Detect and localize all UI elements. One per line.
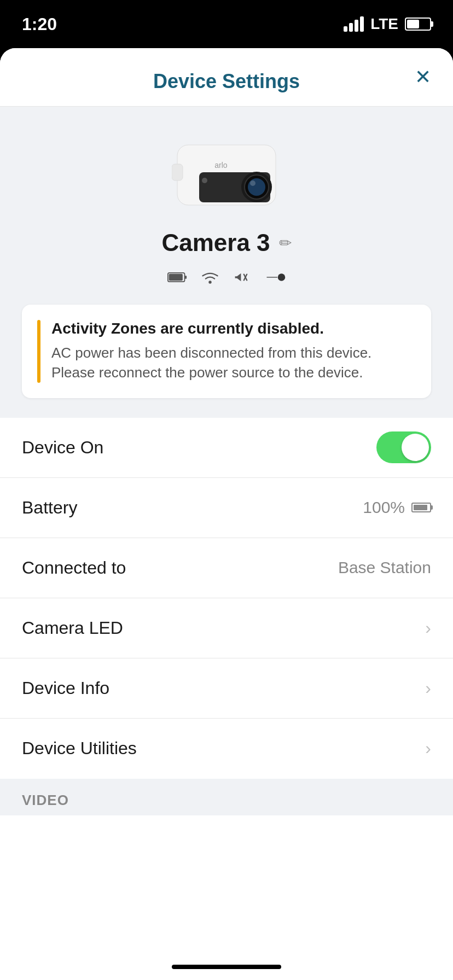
- alert-box: Activity Zones are currently disabled. A…: [22, 305, 431, 398]
- battery-row: Battery 100%: [0, 478, 453, 538]
- main-card: Device Settings ✕ arlo: [0, 48, 453, 980]
- home-indicator: [172, 965, 281, 969]
- status-bar: 1:20 LTE: [0, 0, 453, 48]
- camera-status-icons: [167, 267, 286, 287]
- svg-point-12: [208, 281, 211, 283]
- camera-led-label: Camera LED: [22, 618, 123, 638]
- status-right: LTE: [344, 15, 431, 33]
- svg-rect-8: [172, 164, 183, 180]
- svg-text:arlo: arlo: [214, 161, 228, 170]
- connected-to-label: Connected to: [22, 558, 126, 578]
- speaker-icon: [233, 267, 253, 287]
- device-utilities-row[interactable]: Device Utilities ›: [0, 719, 453, 779]
- modal-header: Device Settings ✕: [0, 48, 453, 107]
- camera-name-row: Camera 3 ✏: [161, 229, 291, 256]
- battery-label: Battery: [22, 498, 77, 518]
- camera-image: arlo: [172, 129, 281, 216]
- connected-to-value: Base Station: [338, 558, 431, 577]
- camera-led-row[interactable]: Camera LED ›: [0, 598, 453, 658]
- battery-small-icon: [411, 503, 431, 512]
- svg-point-17: [278, 273, 286, 281]
- device-info-row[interactable]: Device Info ›: [0, 658, 453, 719]
- svg-point-7: [202, 178, 207, 183]
- device-info-label: Device Info: [22, 678, 109, 698]
- time-display: 1:20: [22, 14, 57, 34]
- camera-battery-icon: [167, 267, 187, 287]
- device-info-chevron: ›: [425, 678, 431, 698]
- battery-value-container: 100%: [363, 498, 431, 517]
- device-on-row[interactable]: Device On: [0, 418, 453, 478]
- camera-led-chevron: ›: [425, 618, 431, 638]
- camera-section: arlo Camera 3 ✏: [0, 107, 453, 418]
- svg-rect-10: [169, 274, 183, 281]
- device-on-label: Device On: [22, 438, 103, 458]
- record-icon: [266, 267, 286, 287]
- settings-list: Device On Battery 100% Connected to Base…: [0, 418, 453, 779]
- battery-percent: 100%: [363, 498, 405, 517]
- alert-body: AC power has been disconnected from this…: [51, 343, 416, 383]
- lte-label: LTE: [370, 15, 398, 33]
- battery-status-icon: [405, 18, 431, 31]
- alert-bar: [37, 320, 40, 383]
- svg-point-5: [250, 180, 255, 186]
- alert-title: Activity Zones are currently disabled.: [51, 320, 416, 337]
- toggle-knob: [402, 434, 429, 461]
- connected-to-text: Base Station: [338, 558, 431, 577]
- alert-content: Activity Zones are currently disabled. A…: [51, 320, 416, 383]
- svg-rect-11: [185, 276, 187, 278]
- device-utilities-chevron: ›: [425, 738, 431, 759]
- page-title: Device Settings: [153, 70, 300, 93]
- signal-bars-icon: [344, 16, 364, 32]
- device-on-toggle[interactable]: [376, 431, 431, 463]
- svg-marker-13: [235, 273, 241, 281]
- video-section-label: VIDEO: [22, 792, 69, 808]
- device-utilities-label: Device Utilities: [22, 738, 137, 759]
- connected-to-row: Connected to Base Station: [0, 538, 453, 598]
- close-button[interactable]: ✕: [415, 67, 431, 87]
- wifi-icon: [200, 267, 220, 287]
- edit-icon[interactable]: ✏: [279, 234, 292, 252]
- video-section-header: VIDEO: [0, 779, 453, 815]
- camera-name: Camera 3: [161, 229, 270, 256]
- svg-point-4: [248, 178, 265, 196]
